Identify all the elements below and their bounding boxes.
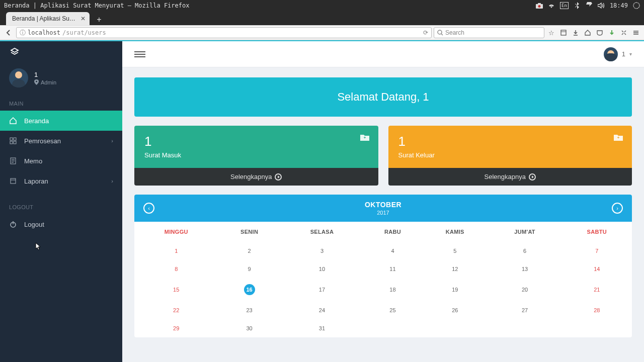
inbox-more-link[interactable]: Selengkapnya bbox=[134, 168, 378, 186]
browser-tab[interactable]: Beranda | Aplikasi Su… ✕ bbox=[6, 12, 90, 25]
calendar-cell[interactable]: 10 bbox=[281, 260, 363, 278]
calendar-day-header: SELASA bbox=[281, 222, 363, 242]
topbar-user-menu[interactable]: 1 ▾ bbox=[604, 47, 632, 61]
calendar-cell[interactable]: 2 bbox=[218, 242, 280, 260]
user-role: Admin bbox=[34, 79, 56, 85]
search-icon bbox=[437, 30, 443, 36]
calendar-cell[interactable]: 6 bbox=[488, 242, 562, 260]
browser-tab-strip: Beranda | Aplikasi Su… ✕ + bbox=[0, 11, 644, 25]
new-tab-button[interactable]: + bbox=[93, 14, 106, 25]
bookmark-star-icon[interactable]: ☆ bbox=[546, 28, 556, 38]
calendar-cell[interactable]: 8 bbox=[134, 260, 218, 278]
chevron-right-icon: › bbox=[111, 178, 113, 184]
clock[interactable]: 18:49 bbox=[610, 2, 628, 9]
power-icon bbox=[9, 220, 17, 228]
address-bar[interactable]: ⓘ localhost/surat/users ⟳ bbox=[16, 27, 432, 38]
download-icon[interactable] bbox=[571, 28, 581, 38]
calendar-prev[interactable]: ‹ bbox=[143, 203, 154, 214]
calendar-cell[interactable]: 25 bbox=[363, 301, 422, 319]
arrow-circle-icon bbox=[529, 173, 536, 180]
keyboard-lang-icon[interactable]: En bbox=[560, 2, 569, 9]
calendar-cell[interactable]: 16 bbox=[218, 278, 280, 301]
arrow-circle-icon bbox=[275, 173, 282, 180]
calendar-month: OKTOBER bbox=[154, 201, 612, 209]
sidebar-item-label: Laporan bbox=[24, 177, 48, 185]
calendar-cell[interactable]: 20 bbox=[488, 278, 562, 301]
user-name: 1 bbox=[34, 71, 56, 78]
sidebar-item-pemrosesan[interactable]: Pemrosesan › bbox=[0, 131, 122, 151]
calendar-year: 2017 bbox=[154, 210, 612, 216]
pocket-icon[interactable] bbox=[595, 28, 605, 38]
calendar-cell[interactable]: 3 bbox=[281, 242, 363, 260]
power-icon[interactable] bbox=[633, 2, 640, 9]
calendar-cell[interactable]: 28 bbox=[562, 301, 632, 319]
calendar-day-header: JUM'AT bbox=[488, 222, 562, 242]
chevron-down-icon: ▾ bbox=[629, 51, 632, 57]
calendar-cell[interactable]: 15 bbox=[134, 278, 218, 301]
sidebar-item-laporan[interactable]: Laporan › bbox=[0, 171, 122, 191]
svg-rect-5 bbox=[561, 30, 566, 35]
back-button[interactable] bbox=[3, 27, 14, 38]
topbar-user-label: 1 bbox=[622, 50, 625, 58]
addon-icon[interactable] bbox=[607, 28, 617, 38]
calendar-cell[interactable]: 14 bbox=[562, 260, 632, 278]
calendar-cell[interactable]: 9 bbox=[218, 260, 280, 278]
tab-title: Beranda | Aplikasi Su… bbox=[12, 15, 75, 22]
calendar-cell[interactable]: 4 bbox=[363, 242, 422, 260]
sidebar-item-memo[interactable]: Memo bbox=[0, 151, 122, 171]
calendar-next[interactable]: › bbox=[612, 203, 623, 214]
calendar-cell bbox=[422, 319, 488, 337]
svg-rect-17 bbox=[618, 137, 619, 139]
calendar-cell[interactable]: 24 bbox=[281, 301, 363, 319]
search-box[interactable]: Search bbox=[434, 27, 544, 38]
main-area: 1 ▾ Selamat Datang, 1 1 Surat Masuk Sele… bbox=[122, 41, 644, 362]
calendar-cell bbox=[562, 319, 632, 337]
svg-rect-12 bbox=[11, 178, 16, 184]
outbox-more-link[interactable]: Selengkapnya bbox=[388, 168, 632, 186]
reload-icon[interactable]: ⟳ bbox=[423, 29, 428, 36]
calendar-day-header: SABTU bbox=[562, 222, 632, 242]
devtools-icon[interactable] bbox=[619, 28, 629, 38]
calendar-cell[interactable]: 30 bbox=[218, 319, 280, 337]
sidebar-user[interactable]: 1 Admin bbox=[0, 62, 122, 97]
sidebar-item-beranda[interactable]: Beranda bbox=[0, 111, 122, 131]
calendar-cell[interactable]: 1 bbox=[134, 242, 218, 260]
avatar bbox=[9, 68, 28, 87]
folder-plus-icon bbox=[614, 134, 623, 141]
os-title-bar: Beranda | Aplikasi Surat Menyurat – Mozi… bbox=[0, 0, 644, 11]
svg-rect-10 bbox=[14, 141, 16, 144]
calendar-cell[interactable]: 11 bbox=[363, 260, 422, 278]
sidebar-toggle[interactable] bbox=[134, 49, 145, 60]
calendar-cell[interactable]: 31 bbox=[281, 319, 363, 337]
calendar-cell[interactable]: 23 bbox=[218, 301, 280, 319]
calendar-cell[interactable]: 5 bbox=[422, 242, 488, 260]
sidebar-item-logout[interactable]: Logout bbox=[0, 214, 122, 234]
close-icon[interactable]: ✕ bbox=[80, 15, 86, 22]
bluetooth-icon[interactable] bbox=[574, 2, 581, 9]
wifi-icon[interactable] bbox=[548, 2, 555, 9]
browser-toolbar: ⓘ localhost/surat/users ⟳ Search ☆ bbox=[0, 25, 644, 40]
calendar-cell[interactable]: 7 bbox=[562, 242, 632, 260]
card-surat-masuk: 1 Surat Masuk Selengkapnya bbox=[134, 126, 378, 186]
menu-icon[interactable] bbox=[631, 28, 641, 38]
calendar-cell[interactable]: 18 bbox=[363, 278, 422, 301]
calendar-grid: MINGGUSENINSELASARABUKAMISJUM'ATSABTU123… bbox=[134, 222, 632, 337]
calendar-cell[interactable]: 26 bbox=[422, 301, 488, 319]
calendar-cell[interactable]: 21 bbox=[562, 278, 632, 301]
calendar-today[interactable]: 16 bbox=[244, 284, 255, 295]
battery-icon[interactable] bbox=[586, 2, 593, 9]
calendar-cell[interactable]: 27 bbox=[488, 301, 562, 319]
app-logo[interactable] bbox=[0, 41, 122, 62]
calendar-cell[interactable]: 29 bbox=[134, 319, 218, 337]
calendar-cell[interactable]: 22 bbox=[134, 301, 218, 319]
camera-icon[interactable] bbox=[536, 2, 543, 9]
volume-icon[interactable] bbox=[598, 2, 605, 9]
info-icon[interactable]: ⓘ bbox=[20, 29, 26, 37]
calendar-cell[interactable]: 12 bbox=[422, 260, 488, 278]
home-icon[interactable] bbox=[583, 28, 593, 38]
svg-rect-15 bbox=[364, 137, 365, 139]
calendar-cell[interactable]: 17 bbox=[281, 278, 363, 301]
calendar-cell[interactable]: 13 bbox=[488, 260, 562, 278]
calendar-cell[interactable]: 19 bbox=[422, 278, 488, 301]
library-icon[interactable] bbox=[558, 28, 569, 38]
